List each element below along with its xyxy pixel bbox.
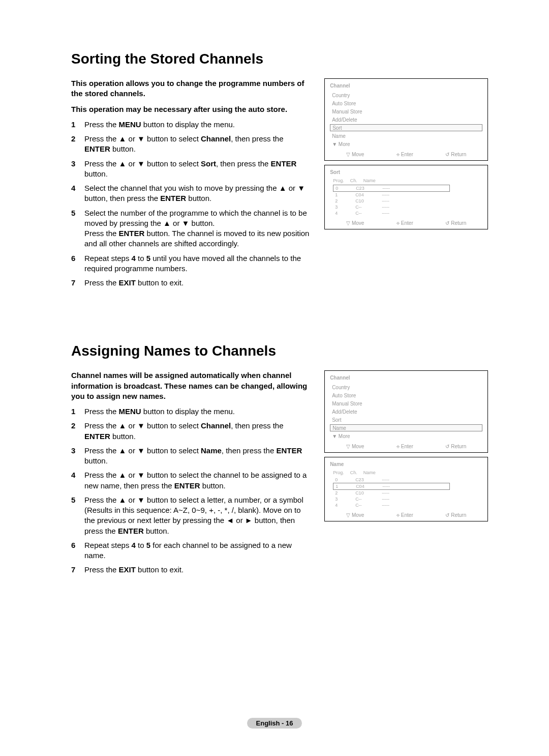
osd-table-head: Prog.Ch.Name bbox=[333, 178, 482, 183]
osd-menu-item: Country bbox=[330, 92, 482, 99]
enter-icon: ⎆ Enter bbox=[396, 512, 413, 518]
osd-table-row: 0C23----- bbox=[333, 477, 450, 483]
osd-table: Prog.Ch.Name0C23-----1C04-----2C10-----3… bbox=[330, 470, 482, 508]
page-footer: English - 16 bbox=[0, 718, 549, 729]
osd-table-row: 4C------- bbox=[333, 502, 450, 508]
osd-menu-item: Country bbox=[330, 384, 482, 391]
osd-footer: ▽ Move ⎆ Enter ↺ Return bbox=[330, 220, 482, 226]
osd-menu-item: Sort bbox=[330, 124, 482, 131]
manual-page: Sorting the Stored Channels This operati… bbox=[0, 0, 549, 756]
osd-more: ▼ More bbox=[330, 432, 482, 440]
nav-down-icon: ▽ Move bbox=[346, 512, 364, 518]
osd-menu-item: Manual Store bbox=[330, 400, 482, 407]
osd-table-row: 2C10----- bbox=[333, 198, 450, 204]
step-body: Press the ▲ or ▼ button to select Sort, … bbox=[84, 159, 310, 180]
step-body: Press the ▲ or ▼ button to select Channe… bbox=[84, 134, 310, 155]
step-body: Repeat steps 4 to 5 for each channel to … bbox=[84, 540, 310, 561]
steps-list-1: 1Press the MENU button to display the me… bbox=[71, 120, 310, 288]
step-item: 3Press the ▲ or ▼ button to select Sort,… bbox=[71, 159, 310, 180]
osd-footer: ▽ Move ⎆ Enter ↺ Return bbox=[330, 512, 482, 518]
nav-down-icon: ▽ Move bbox=[346, 220, 364, 226]
osd-sort-list: Sort Prog.Ch.Name0C23-----1C04-----2C10-… bbox=[324, 165, 488, 229]
page-number-badge: English - 16 bbox=[247, 718, 302, 729]
osd-column-2: Channel CountryAuto StoreManual StoreAdd… bbox=[324, 370, 488, 521]
step-item: 1Press the MENU button to display the me… bbox=[71, 120, 310, 130]
osd-menu-item: Auto Store bbox=[330, 392, 482, 399]
step-body: Press the ▲ or ▼ button to select Channe… bbox=[84, 421, 310, 442]
enter-icon: ⎆ Enter bbox=[396, 444, 413, 449]
step-number: 1 bbox=[71, 120, 84, 130]
osd-title: Name bbox=[330, 461, 482, 467]
step-number: 2 bbox=[71, 134, 84, 144]
intro-line-2: This operation may be necessary after us… bbox=[71, 104, 310, 114]
enter-icon: ⎆ Enter bbox=[396, 220, 413, 226]
step-number: 2 bbox=[71, 421, 84, 431]
step-number: 3 bbox=[71, 159, 84, 169]
step-body: Select the number of the programme to wh… bbox=[84, 208, 310, 249]
osd-footer: ▽ Move ⎆ Enter ↺ Return bbox=[330, 444, 482, 449]
osd-menu-item: Name bbox=[330, 132, 482, 139]
return-icon: ↺ Return bbox=[445, 220, 466, 226]
step-item: 6Repeat steps 4 to 5 until you have move… bbox=[71, 253, 310, 274]
section-sorting-stored-channels: Sorting the Stored Channels This operati… bbox=[71, 51, 488, 292]
osd-table-row: 1C04----- bbox=[333, 192, 450, 198]
step-number: 7 bbox=[71, 278, 84, 288]
return-icon: ↺ Return bbox=[445, 152, 466, 157]
step-body: Press the ▲ or ▼ button to select the ch… bbox=[84, 470, 310, 491]
step-item: 2Press the ▲ or ▼ button to select Chann… bbox=[71, 134, 310, 155]
osd-table-row: 1C04----- bbox=[333, 483, 450, 490]
step-body: Press the EXIT button to exit. bbox=[84, 278, 310, 288]
heading-naming: Assigning Names to Channels bbox=[71, 343, 488, 359]
step-item: 6Repeat steps 4 to 5 for each channel to… bbox=[71, 540, 310, 561]
nav-down-icon: ▽ Move bbox=[346, 152, 364, 157]
osd-rows: CountryAuto StoreManual StoreAdd/DeleteS… bbox=[330, 384, 482, 440]
step-item: 7Press the EXIT button to exit. bbox=[71, 565, 310, 575]
osd-menu-item: Add/Delete bbox=[330, 116, 482, 123]
osd-table-row: 4C------- bbox=[333, 210, 450, 216]
step-item: 4Select the channel that you wish to mov… bbox=[71, 183, 310, 204]
osd-channel-menu-sort: Channel CountryAuto StoreManual StoreAdd… bbox=[324, 78, 488, 161]
step-item: 1Press the MENU button to display the me… bbox=[71, 406, 310, 417]
step-number: 3 bbox=[71, 446, 84, 456]
text-column-1: This operation allows you to change the … bbox=[71, 78, 310, 292]
nav-down-icon: ▽ Move bbox=[346, 444, 364, 449]
step-body: Press the EXIT button to exit. bbox=[84, 565, 310, 575]
step-number: 4 bbox=[71, 470, 84, 480]
osd-title: Channel bbox=[330, 375, 482, 381]
return-icon: ↺ Return bbox=[445, 444, 466, 449]
osd-name-list: Name Prog.Ch.Name0C23-----1C04-----2C10-… bbox=[324, 457, 488, 521]
osd-menu-item: Auto Store bbox=[330, 100, 482, 107]
intro-line-1: This operation allows you to change the … bbox=[71, 78, 310, 99]
osd-menu-item: Sort bbox=[330, 416, 482, 423]
steps-list-2: 1Press the MENU button to display the me… bbox=[71, 406, 310, 575]
step-item: 4Press the ▲ or ▼ button to select the c… bbox=[71, 470, 310, 491]
step-number: 7 bbox=[71, 565, 84, 575]
osd-table-row: 3C------- bbox=[333, 204, 450, 210]
heading-sorting: Sorting the Stored Channels bbox=[71, 51, 488, 67]
step-item: 5Select the number of the programme to w… bbox=[71, 208, 310, 249]
osd-table-row: 2C10----- bbox=[333, 490, 450, 496]
text-column-2: Channel names will be assigned automatic… bbox=[71, 370, 310, 579]
osd-table-row: 0C23----- bbox=[333, 185, 450, 192]
step-body: Select the channel that you wish to move… bbox=[84, 183, 310, 204]
step-number: 5 bbox=[71, 495, 84, 505]
enter-icon: ⎆ Enter bbox=[396, 152, 413, 157]
osd-table: Prog.Ch.Name0C23-----1C04-----2C10-----3… bbox=[330, 178, 482, 216]
section-assigning-names: Assigning Names to Channels Channel name… bbox=[71, 343, 488, 579]
step-number: 1 bbox=[71, 406, 84, 417]
osd-column-1: Channel CountryAuto StoreManual StoreAdd… bbox=[324, 78, 488, 229]
step-number: 6 bbox=[71, 253, 84, 264]
osd-table-row: 3C------- bbox=[333, 496, 450, 502]
step-number: 6 bbox=[71, 540, 84, 550]
osd-footer: ▽ Move ⎆ Enter ↺ Return bbox=[330, 152, 482, 157]
osd-rows: CountryAuto StoreManual StoreAdd/DeleteS… bbox=[330, 92, 482, 148]
osd-title: Channel bbox=[330, 83, 482, 89]
step-body: Press the ▲ or ▼ button to select a lett… bbox=[84, 495, 310, 536]
step-body: Press the ▲ or ▼ button to select Name, … bbox=[84, 446, 310, 467]
step-body: Repeat steps 4 to 5 until you have moved… bbox=[84, 253, 310, 274]
return-icon: ↺ Return bbox=[445, 512, 466, 518]
step-body: Press the MENU button to display the men… bbox=[84, 120, 310, 130]
step-body: Press the MENU button to display the men… bbox=[84, 406, 310, 417]
step-number: 4 bbox=[71, 183, 84, 193]
osd-menu-item: Add/Delete bbox=[330, 408, 482, 415]
